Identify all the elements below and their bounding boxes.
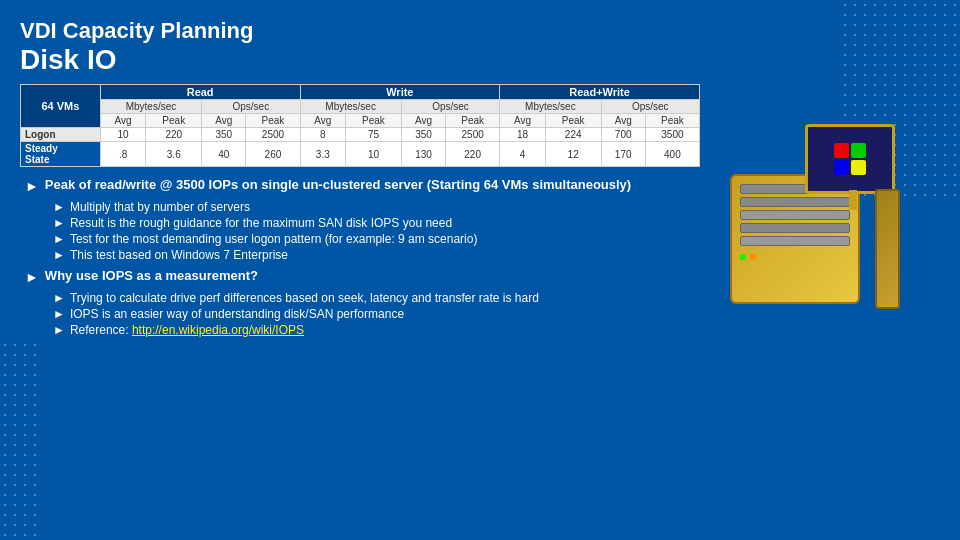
cell-steady-5: 10 bbox=[346, 142, 402, 167]
cell-steady-8: 4 bbox=[500, 142, 546, 167]
table-sub-mbytes-write: Mbytes/sec bbox=[300, 100, 401, 114]
bullet-sub-1-2-text: Result is the rough guidance for the max… bbox=[70, 216, 452, 230]
cell-steady-1: 3.6 bbox=[146, 142, 202, 167]
arrow-icon-sub-2-3: ► bbox=[53, 323, 65, 337]
cell-steady-3: 260 bbox=[246, 142, 300, 167]
cell-steady-9: 12 bbox=[545, 142, 601, 167]
table-header-write: Write bbox=[300, 85, 500, 100]
cell-steady-10: 170 bbox=[601, 142, 645, 167]
cell-steady-6: 130 bbox=[401, 142, 445, 167]
bullet-sub-1-4-text: This test based on Windows 7 Enterprise bbox=[70, 248, 288, 262]
arrow-icon-sub-2-1: ► bbox=[53, 291, 65, 305]
col-peak6: Peak bbox=[645, 114, 699, 128]
drive-bay-4 bbox=[740, 223, 850, 233]
cell-logon-1: 220 bbox=[146, 128, 202, 142]
bullet-sub-1-2: ► Result is the rough guidance for the m… bbox=[53, 216, 700, 230]
arrow-icon-sub-1-2: ► bbox=[53, 216, 65, 230]
monitor-screen bbox=[805, 124, 895, 194]
windows-logo bbox=[834, 143, 866, 175]
cell-steady-0: .8 bbox=[100, 142, 146, 167]
cell-logon-9: 224 bbox=[545, 128, 601, 142]
cell-steady-11: 400 bbox=[645, 142, 699, 167]
col-avg4: Avg bbox=[401, 114, 445, 128]
cell-logon-5: 75 bbox=[346, 128, 402, 142]
table-sub-ops-rw: Ops/sec bbox=[601, 100, 699, 114]
cell-logon-2: 350 bbox=[202, 128, 246, 142]
table-sub-mbytes-rw: Mbytes/sec bbox=[500, 100, 601, 114]
win-quad-yellow bbox=[851, 160, 866, 175]
table-row-steady: SteadyState .8 3.6 40 260 3.3 10 130 220… bbox=[21, 142, 700, 167]
bullets-section: ► Peak of read/write @ 3500 IOPs on sing… bbox=[20, 177, 700, 337]
bullet-main-2: ► Why use IOPS as a measurement? bbox=[25, 268, 700, 285]
bullet-main-1: ► Peak of read/write @ 3500 IOPs on sing… bbox=[25, 177, 700, 194]
data-table: 64 VMs Read Write Read+Write Mbytes/sec … bbox=[20, 84, 700, 167]
bullet-main-2-text: Why use IOPS as a measurement? bbox=[45, 268, 258, 283]
cell-logon-7: 2500 bbox=[446, 128, 500, 142]
drive-bay-3 bbox=[740, 210, 850, 220]
light-orange bbox=[750, 254, 756, 260]
table-header-vms: 64 VMs bbox=[21, 85, 101, 128]
bullet-sub-1-3-text: Test for the most demanding user logon p… bbox=[70, 232, 478, 246]
drive-bay-5 bbox=[740, 236, 850, 246]
cell-steady-4: 3.3 bbox=[300, 142, 346, 167]
status-lights bbox=[740, 254, 850, 260]
bullet-sub-1-1-text: Multiply that by number of servers bbox=[70, 200, 250, 214]
win-quad-blue bbox=[834, 160, 849, 175]
arrow-icon-sub-2-2: ► bbox=[53, 307, 65, 321]
cell-logon-4: 8 bbox=[300, 128, 346, 142]
win-quad-red bbox=[834, 143, 849, 158]
bullet-sub-1-4: ► This test based on Windows 7 Enterpris… bbox=[53, 248, 700, 262]
col-avg6: Avg bbox=[601, 114, 645, 128]
col-peak4: Peak bbox=[446, 114, 500, 128]
col-peak2: Peak bbox=[246, 114, 300, 128]
arrow-icon-2: ► bbox=[25, 269, 39, 285]
bullet-sub-2-3: ► Reference: http://en.wikipedia.org/wik… bbox=[53, 323, 700, 337]
cell-steady-7: 220 bbox=[446, 142, 500, 167]
bullet-sub-2-2: ► IOPS is an easier way of understanding… bbox=[53, 307, 700, 321]
light-green bbox=[740, 254, 746, 260]
table-header-read: Read bbox=[100, 85, 300, 100]
bullet-sub-1-1: ► Multiply that by number of servers bbox=[53, 200, 700, 214]
row-label-steady: SteadyState bbox=[21, 142, 101, 167]
dot-pattern-bottom-left bbox=[0, 340, 40, 540]
col-avg5: Avg bbox=[500, 114, 546, 128]
cell-logon-6: 350 bbox=[401, 128, 445, 142]
monitor-stand bbox=[849, 190, 857, 210]
arrow-icon-sub-1-4: ► bbox=[53, 248, 65, 262]
col-avg1: Avg bbox=[100, 114, 146, 128]
wikipedia-link[interactable]: http://en.wikipedia.org/wiki/IOPS bbox=[132, 323, 304, 337]
bullet-sub-2-3-text: Reference: http://en.wikipedia.org/wiki/… bbox=[70, 323, 304, 337]
title-line2: Disk IO bbox=[20, 44, 940, 76]
cell-logon-0: 10 bbox=[100, 128, 146, 142]
table-header-readwrite: Read+Write bbox=[500, 85, 700, 100]
cell-logon-8: 18 bbox=[500, 128, 546, 142]
row-label-logon: Logon bbox=[21, 128, 101, 142]
cell-steady-2: 40 bbox=[202, 142, 246, 167]
bullet-sub-2-1-text: Trying to calculate drive perf differenc… bbox=[70, 291, 539, 305]
col-peak5: Peak bbox=[545, 114, 601, 128]
col-peak3: Peak bbox=[346, 114, 402, 128]
col-avg3: Avg bbox=[300, 114, 346, 128]
bullet-sub-2-2-text: IOPS is an easier way of understanding d… bbox=[70, 307, 404, 321]
bullet-main-1-text: Peak of read/write @ 3500 IOPs on single… bbox=[45, 177, 631, 192]
server-rack-side bbox=[875, 189, 900, 309]
table-sub-ops-write: Ops/sec bbox=[401, 100, 499, 114]
cell-logon-10: 700 bbox=[601, 128, 645, 142]
bullet-sub-1-3: ► Test for the most demanding user logon… bbox=[53, 232, 700, 246]
table-sub-mbytes-read: Mbytes/sec bbox=[100, 100, 201, 114]
win-quad-green bbox=[851, 143, 866, 158]
arrow-icon-1: ► bbox=[25, 178, 39, 194]
col-avg2: Avg bbox=[202, 114, 246, 128]
drive-bay-2 bbox=[740, 197, 850, 207]
bullet-sub-2-1: ► Trying to calculate drive perf differe… bbox=[53, 291, 700, 305]
cell-logon-3: 2500 bbox=[246, 128, 300, 142]
arrow-icon-sub-1-3: ► bbox=[53, 232, 65, 246]
arrow-icon-sub-1-1: ► bbox=[53, 200, 65, 214]
table-sub-ops-read: Ops/sec bbox=[202, 100, 300, 114]
table-row-logon: Logon 10 220 350 2500 8 75 350 2500 18 2… bbox=[21, 128, 700, 142]
cell-logon-11: 3500 bbox=[645, 128, 699, 142]
title-line1: VDI Capacity Planning bbox=[20, 18, 940, 44]
col-peak1: Peak bbox=[146, 114, 202, 128]
server-illustration bbox=[700, 84, 940, 339]
